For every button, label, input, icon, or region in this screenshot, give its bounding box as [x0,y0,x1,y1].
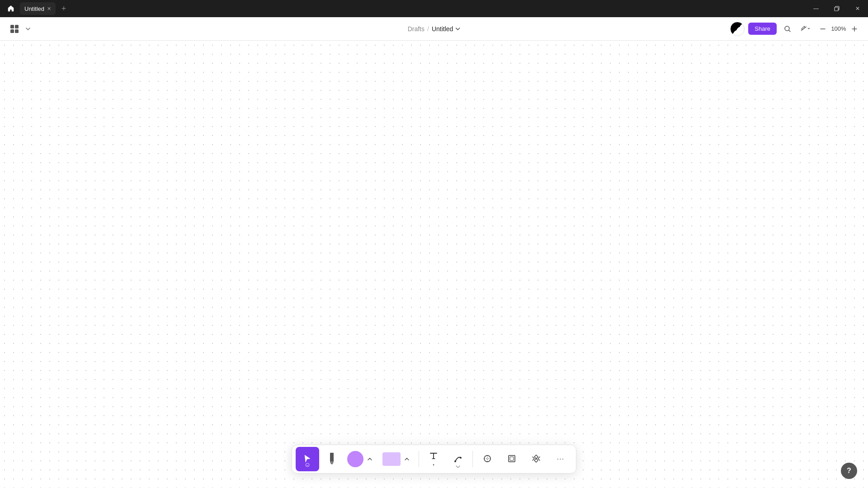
zoom-level[interactable]: 100% [830,25,847,32]
active-tab[interactable]: Untitled ✕ [20,2,56,15]
separator-1 [419,451,419,467]
toolbar-right: Share 100% [730,22,861,36]
dot-grid [0,41,868,488]
svg-rect-8 [331,461,333,464]
more-icon: ··· [557,455,564,463]
zoom-out-button[interactable] [816,23,829,35]
breadcrumb-drafts[interactable]: Drafts [408,25,425,33]
theme-toggle-button[interactable] [730,22,745,36]
svg-rect-12 [509,455,515,462]
rect-chevron-up[interactable] [401,447,413,471]
titlebar: Untitled ✕ + — ✕ [0,0,868,17]
tools-button[interactable] [798,22,813,36]
menu-caret[interactable] [24,24,33,33]
connector-icon [453,454,462,465]
svg-rect-7 [330,453,334,462]
text-icon [429,451,438,462]
rect-shape-preview [382,452,401,466]
app-logo[interactable] [7,22,22,36]
select-tool[interactable] [296,447,319,471]
svg-point-9 [454,460,456,462]
help-button[interactable]: ? [841,463,857,479]
breadcrumb: Drafts / Untitled [408,25,461,33]
template-icon [483,454,492,465]
tab-label: Untitled [24,5,44,12]
pen-icon [327,452,337,466]
zoom-in-button[interactable] [848,23,861,35]
bottom-toolbar: • [292,445,576,474]
plugin-tool[interactable] [524,447,548,471]
breadcrumb-separator: / [427,25,429,33]
text-tool-dot: • [433,463,434,467]
home-button[interactable] [4,1,18,16]
search-button[interactable] [780,22,795,36]
svg-point-6 [306,463,309,467]
help-label: ? [847,467,851,475]
plugin-icon [532,454,541,465]
text-tool[interactable]: • [422,447,445,471]
connector-chevron [455,464,461,469]
breadcrumb-title[interactable]: Untitled [432,25,460,33]
zoom-control: 100% [816,23,861,35]
svg-rect-0 [835,7,838,11]
pen-tool[interactable] [320,447,344,471]
close-button[interactable]: ✕ [847,0,868,17]
share-button[interactable]: Share [748,23,777,35]
more-options-button[interactable]: ··· [549,447,572,471]
select-sub-icon [305,462,310,469]
restore-button[interactable] [826,0,847,17]
shape-chevron-up[interactable] [363,447,376,471]
circle-shape-preview [347,451,363,467]
tab-close-icon[interactable]: ✕ [47,6,51,12]
frame-icon [507,454,516,465]
minimize-button[interactable]: — [806,0,826,17]
canvas[interactable]: • [0,41,868,488]
window-controls: — ✕ [806,0,868,17]
top-toolbar: Drafts / Untitled Share 100% [0,17,868,41]
add-tab-button[interactable]: + [57,2,70,15]
svg-rect-3 [10,29,14,33]
rect-tool-group[interactable] [380,447,416,471]
frame-tool[interactable] [500,447,524,471]
svg-point-11 [484,455,491,462]
svg-point-10 [460,457,462,459]
svg-rect-1 [10,25,14,28]
separator-2 [472,451,473,467]
shape-tool-group[interactable] [344,447,379,471]
svg-rect-2 [15,25,19,28]
toolbar-left [7,22,33,36]
template-tool[interactable] [476,447,499,471]
svg-rect-4 [15,29,19,33]
svg-rect-13 [510,457,514,460]
connector-tool[interactable] [446,447,470,471]
